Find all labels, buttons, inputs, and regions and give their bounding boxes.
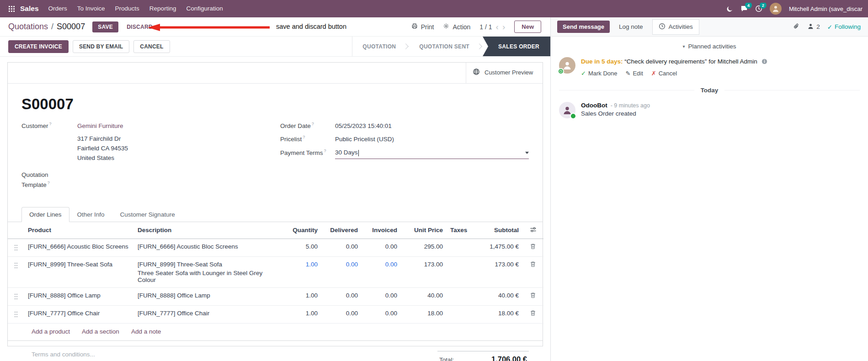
add-a-section-link[interactable]: Add a section — [82, 328, 119, 335]
delete-row-icon[interactable] — [522, 239, 543, 256]
edit-activity-button[interactable]: ✎Edit — [625, 70, 643, 77]
cell-quantity[interactable]: 1.00 — [285, 287, 321, 305]
add-a-note-link[interactable]: Add a note — [131, 328, 161, 335]
stage-quotation-sent[interactable]: QUOTATION SENT — [409, 37, 479, 56]
breadcrumb-quotations-link[interactable]: Quotations — [8, 22, 48, 32]
log-note-button[interactable]: Log note — [615, 21, 647, 33]
customer-link[interactable]: Gemini Furniture — [77, 122, 123, 131]
nav-item-orders[interactable]: Orders — [43, 0, 72, 17]
info-icon[interactable] — [761, 58, 767, 67]
messages-icon[interactable]: 4 — [740, 5, 748, 12]
cell-taxes[interactable] — [447, 239, 472, 256]
cell-product[interactable]: [FURN_8888] Office Lamp — [24, 287, 134, 305]
drag-handle-icon[interactable] — [8, 239, 24, 256]
cell-product[interactable]: [FURN_8999] Three-Seat Sofa — [24, 256, 134, 287]
send-message-button[interactable]: Send message — [557, 21, 610, 33]
cell-product[interactable]: [FURN_7777] Office Chair — [24, 305, 134, 323]
send-by-email-button[interactable]: SEND BY EMAIL — [73, 40, 129, 53]
cell-quantity[interactable]: 5.00 — [285, 239, 321, 256]
cell-description[interactable]: [FURN_8888] Office Lamp — [134, 287, 285, 305]
cell-invoiced[interactable]: 0.00 — [362, 239, 401, 256]
dropdown-caret-icon[interactable] — [525, 152, 529, 154]
cell-invoiced[interactable]: 0.00 — [362, 305, 401, 323]
col-invoiced[interactable]: Invoiced — [362, 222, 401, 239]
col-quantity[interactable]: Quantity — [285, 222, 321, 239]
cell-unit-price[interactable]: 40.00 — [401, 287, 447, 305]
planned-activities-header[interactable]: ▾ Planned activities — [559, 43, 860, 50]
drag-handle-icon[interactable] — [8, 287, 24, 305]
followers-button[interactable]: 2 — [807, 23, 820, 31]
delete-row-icon[interactable] — [522, 287, 543, 305]
new-button[interactable]: New — [514, 21, 541, 33]
odoobot-avatar[interactable] — [559, 102, 575, 118]
stage-sales-order[interactable]: SALES ORDER — [483, 37, 550, 56]
cell-unit-price[interactable]: 173.00 — [401, 256, 447, 287]
cell-delivered[interactable]: 0.00 — [321, 287, 362, 305]
nav-item-products[interactable]: Products — [110, 0, 144, 17]
customer-preview-button[interactable]: Customer Preview — [466, 63, 543, 83]
cell-taxes[interactable] — [447, 305, 472, 323]
total-label: Total: — [439, 356, 454, 361]
col-unit-price[interactable]: Unit Price — [401, 222, 447, 239]
tab-customer-signature[interactable]: Customer Signature — [112, 207, 183, 222]
cancel-activity-button[interactable]: ✗Cancel — [651, 70, 677, 77]
action-button[interactable]: Action — [443, 23, 470, 31]
col-product[interactable]: Product — [24, 222, 134, 239]
activity-avatar[interactable] — [559, 57, 575, 74]
save-button[interactable]: SAVE — [92, 21, 118, 32]
order-title[interactable]: S00007 — [21, 96, 529, 113]
col-subtotal[interactable]: Subtotal — [472, 222, 522, 239]
user-name[interactable]: Mitchell Admin (save_discar — [789, 5, 863, 12]
cell-product[interactable]: [FURN_6666] Acoustic Bloc Screens — [24, 239, 134, 256]
cell-invoiced[interactable]: 0.00 — [362, 287, 401, 305]
app-name[interactable]: Sales — [20, 5, 39, 13]
tab-order-lines[interactable]: Order Lines — [21, 207, 69, 222]
cell-taxes[interactable] — [447, 287, 472, 305]
cell-taxes[interactable] — [447, 256, 472, 287]
cell-description[interactable]: [FURN_6666] Acoustic Bloc Screens — [134, 239, 285, 256]
drag-handle-icon[interactable] — [8, 256, 24, 287]
payment-terms-input[interactable]: 30 Days — [335, 148, 529, 159]
print-button[interactable]: Print — [411, 23, 434, 31]
apps-grid-icon[interactable] — [5, 0, 18, 17]
following-button[interactable]: ✓ Following — [827, 23, 861, 31]
paperclip-icon[interactable] — [793, 23, 800, 31]
message-author[interactable]: OdooBot — [581, 102, 607, 109]
create-invoice-button[interactable]: CREATE INVOICE — [8, 40, 69, 53]
nav-item-to-invoice[interactable]: To Invoice — [72, 0, 110, 17]
cell-quantity[interactable]: 1.00 — [285, 305, 321, 323]
cancel-button[interactable]: CANCEL — [133, 40, 170, 53]
user-avatar[interactable] — [770, 3, 782, 15]
cell-delivered[interactable]: 0.00 — [321, 256, 362, 287]
cell-description[interactable]: [FURN_7777] Office Chair — [134, 305, 285, 323]
order-date-field[interactable]: 05/25/2023 15:40:01 — [335, 122, 392, 131]
col-description[interactable]: Description — [134, 222, 285, 239]
activities-clock-icon[interactable]: 2 — [755, 5, 762, 12]
cell-quantity[interactable]: 1.00 — [285, 256, 321, 287]
stage-quotation[interactable]: QUOTATION — [352, 37, 406, 56]
cell-delivered[interactable]: 0.00 — [321, 305, 362, 323]
pricelist-field[interactable]: Public Pricelist (USD) — [335, 135, 394, 144]
dark-mode-moon-icon[interactable] — [726, 5, 733, 12]
activities-tab[interactable]: Activities — [652, 19, 699, 35]
delete-row-icon[interactable] — [522, 256, 543, 287]
cell-invoiced[interactable]: 0.00 — [362, 256, 401, 287]
tab-other-info[interactable]: Other Info — [69, 207, 112, 222]
terms-and-conditions-placeholder[interactable]: Terms and conditions... — [32, 351, 95, 361]
cell-unit-price[interactable]: 18.00 — [401, 305, 447, 323]
nav-item-configuration[interactable]: Configuration — [181, 0, 228, 17]
pager-next-icon[interactable]: › — [502, 22, 505, 31]
cell-description[interactable]: [FURN_8999] Three-Seat Sofa Three Seater… — [134, 256, 285, 287]
col-taxes[interactable]: Taxes — [447, 222, 472, 239]
nav-item-reporting[interactable]: Reporting — [144, 0, 181, 17]
optional-columns-icon[interactable] — [522, 222, 543, 239]
delete-row-icon[interactable] — [522, 305, 543, 323]
col-delivered[interactable]: Delivered — [321, 222, 362, 239]
cell-unit-price[interactable]: 295.00 — [401, 239, 447, 256]
cell-delivered[interactable]: 0.00 — [321, 239, 362, 256]
add-a-product-link[interactable]: Add a product — [32, 328, 70, 335]
pager-previous-icon[interactable]: ‹ — [496, 22, 499, 31]
drag-handle-icon[interactable] — [8, 305, 24, 323]
order-form-sheet: Customer Preview S00007 Customer? Gemini… — [7, 62, 543, 346]
mark-done-button[interactable]: ✓Mark Done — [581, 70, 617, 77]
